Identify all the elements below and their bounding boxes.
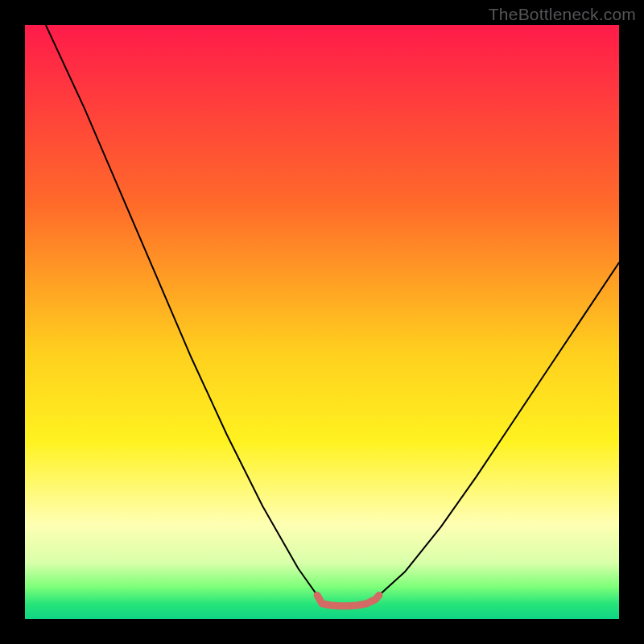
series-curve-left bbox=[46, 25, 317, 595]
curve-layer bbox=[25, 25, 619, 619]
plot-area bbox=[25, 25, 619, 619]
series-curve-right bbox=[379, 262, 619, 595]
chart-canvas: TheBottleneck.com bbox=[0, 0, 644, 644]
watermark-label: TheBottleneck.com bbox=[489, 5, 636, 24]
series-flat-segment bbox=[317, 595, 379, 605]
